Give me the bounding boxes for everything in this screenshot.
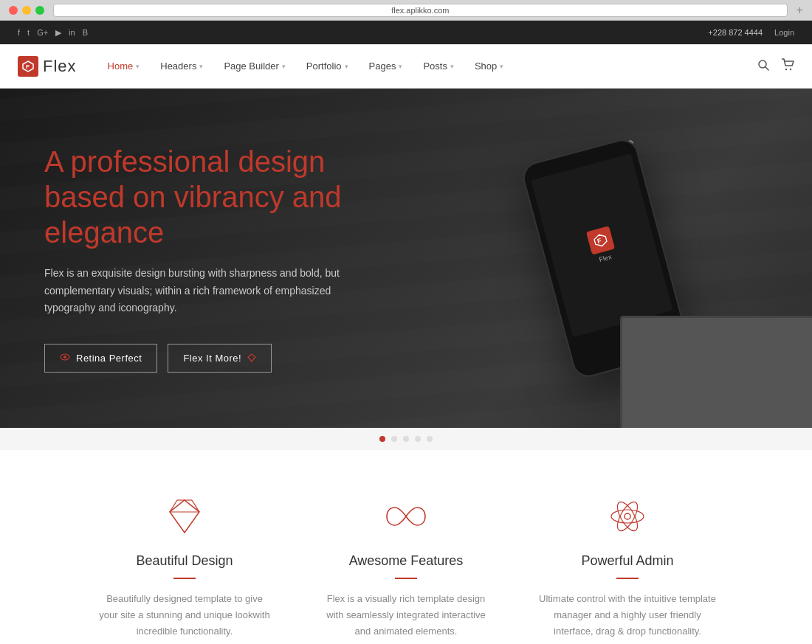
retina-perfect-label: Retina Perfect <box>76 353 142 364</box>
atom-svg <box>608 497 647 536</box>
cart-icon[interactable] <box>781 58 794 75</box>
hero-devices: F Flex <box>428 89 812 428</box>
social-links: f t G+ ▶ in B <box>18 28 88 38</box>
laptop-screen <box>620 316 812 428</box>
svg-point-9 <box>63 356 66 359</box>
phone-logo-svg: F <box>593 232 609 249</box>
close-button[interactable] <box>9 6 18 15</box>
retina-perfect-button[interactable]: Retina Perfect <box>44 344 157 373</box>
nav-headers-label: Headers <box>160 60 196 72</box>
nav-page-builder[interactable]: Page Builder ▾ <box>215 55 294 77</box>
search-icon[interactable] <box>758 60 769 73</box>
feature-underline-1 <box>173 578 196 579</box>
feature-desc-1: Beautifully designed template to give yo… <box>96 591 273 640</box>
hero-subtitle: Flex is an exquisite design bursting wit… <box>44 265 354 317</box>
maximize-button[interactable] <box>35 6 44 15</box>
linkedin-icon[interactable]: in <box>69 28 75 37</box>
nav-home[interactable]: Home ▾ <box>99 55 149 77</box>
nav-home-chevron: ▾ <box>136 63 140 70</box>
slider-dot-4[interactable] <box>415 436 421 442</box>
features-section: Beautiful Design Beautifully designed te… <box>0 450 812 644</box>
utility-bar-right: +228 872 4444 Login <box>708 28 794 37</box>
nav-portfolio-label: Portfolio <box>306 60 342 72</box>
svg-line-13 <box>170 500 177 512</box>
phone-logo: F <box>586 226 615 255</box>
svg-point-18 <box>611 510 644 523</box>
diamond-icon-small <box>247 353 256 364</box>
svg-point-17 <box>625 513 630 519</box>
logo-icon: F <box>18 56 38 77</box>
nav-shop[interactable]: Shop ▾ <box>466 55 512 77</box>
atom-feature-icon <box>539 494 716 539</box>
feature-title-2: Awesome Features <box>317 553 495 569</box>
phone-number: +228 872 4444 <box>708 28 763 37</box>
cart-svg <box>781 58 794 72</box>
svg-line-3 <box>765 67 768 70</box>
flex-it-more-button[interactable]: Flex It More! <box>168 344 272 373</box>
nav-posts-label: Posts <box>423 60 447 72</box>
utility-bar: f t G+ ▶ in B +228 872 4444 Login <box>0 21 812 44</box>
feature-underline-3 <box>616 578 639 579</box>
nav-page-builder-label: Page Builder <box>224 60 278 72</box>
nav-pages-chevron: ▾ <box>399 63 402 70</box>
diamond-small-svg <box>247 353 256 362</box>
feature-desc-2: Flex is a visually rich template design … <box>317 591 495 640</box>
hero-buttons: Retina Perfect Flex It More! <box>44 344 369 373</box>
browser-window: flex.aplikko.com + f t G+ ▶ in B +228 87… <box>0 0 812 644</box>
feature-underline-2 <box>395 578 417 579</box>
laptop-illustration <box>620 316 812 428</box>
new-tab-button[interactable]: + <box>796 4 803 17</box>
nav-home-label: Home <box>108 60 134 72</box>
nav-actions <box>758 58 794 75</box>
browser-traffic-lights <box>9 6 44 15</box>
svg-text:F: F <box>26 63 30 70</box>
infinity-feature-icon <box>317 494 495 539</box>
svg-line-14 <box>192 500 199 512</box>
feature-awesome-features: Awesome Features Flex is a visually rich… <box>295 494 517 640</box>
diamond-svg <box>165 497 204 536</box>
logo-text: Flex <box>43 57 77 76</box>
eye-icon <box>60 352 70 364</box>
flex-logo-svg: F <box>22 60 34 72</box>
slider-dots <box>0 428 812 450</box>
nav-shop-chevron: ▾ <box>500 63 503 70</box>
youtube-icon[interactable]: ▶ <box>55 28 61 38</box>
svg-text:F: F <box>596 237 602 245</box>
slider-dot-1[interactable] <box>379 436 385 442</box>
slider-dot-3[interactable] <box>403 436 409 442</box>
nav-portfolio-chevron: ▾ <box>345 63 348 70</box>
feature-title-3: Powerful Admin <box>539 553 716 569</box>
minimize-button[interactable] <box>22 6 31 15</box>
facebook-icon[interactable]: f <box>18 28 20 37</box>
slider-dot-2[interactable] <box>391 436 397 442</box>
nav-pages-label: Pages <box>369 60 396 72</box>
nav-shop-label: Shop <box>475 60 497 72</box>
site-logo[interactable]: F Flex <box>18 56 77 77</box>
search-svg <box>758 60 769 71</box>
nav-pages[interactable]: Pages ▾ <box>360 55 412 77</box>
address-bar[interactable]: flex.aplikko.com <box>53 4 788 17</box>
feature-beautiful-design: Beautiful Design Beautifully designed te… <box>74 494 295 640</box>
nav-posts[interactable]: Posts ▾ <box>414 55 463 77</box>
behance-icon[interactable]: B <box>83 28 88 37</box>
googleplus-icon[interactable]: G+ <box>37 28 48 37</box>
eye-svg <box>60 352 70 362</box>
nav-posts-chevron: ▾ <box>450 63 454 70</box>
hero-content: A professional design based on vibrancy … <box>0 100 413 417</box>
slider-dot-5[interactable] <box>427 436 433 442</box>
browser-titlebar: flex.aplikko.com + <box>0 0 812 21</box>
phone-screen: F Flex <box>531 153 672 337</box>
svg-marker-10 <box>248 354 255 361</box>
hero-section: F Flex A professional design based on vi… <box>0 89 812 428</box>
svg-point-5 <box>790 68 791 69</box>
feature-title-1: Beautiful Design <box>96 553 273 569</box>
nav-headers[interactable]: Headers ▾ <box>151 55 212 77</box>
infinity-svg <box>384 502 428 531</box>
nav-portfolio[interactable]: Portfolio ▾ <box>297 55 357 77</box>
feature-desc-3: Ultimate control with the intuitive temp… <box>539 591 716 640</box>
feature-powerful-admin: Powerful Admin Ultimate control with the… <box>517 494 738 640</box>
twitter-icon[interactable]: t <box>27 28 30 37</box>
login-link[interactable]: Login <box>774 28 794 37</box>
nav-page-builder-chevron: ▾ <box>282 63 286 70</box>
flex-it-more-label: Flex It More! <box>183 353 241 364</box>
